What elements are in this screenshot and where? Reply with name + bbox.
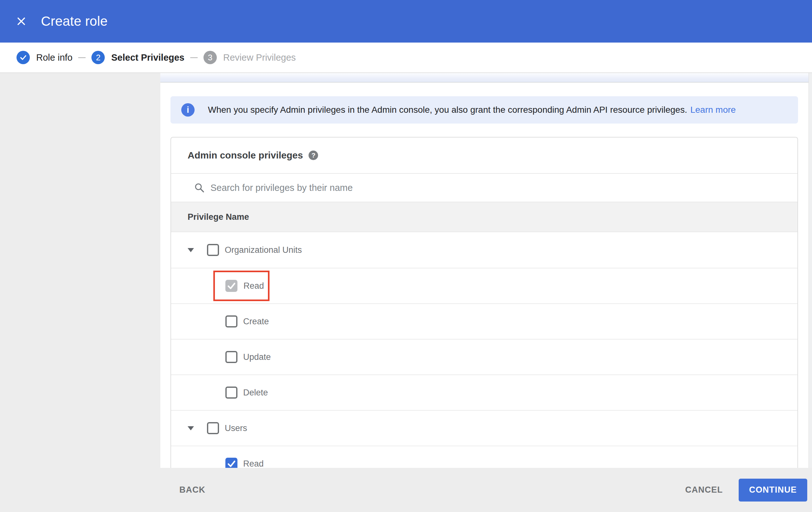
stepper: Role info 2 Select Privileges 3 Review P…: [0, 43, 812, 73]
privilege-row-read-users: Read: [171, 446, 798, 468]
privilege-label: Read: [243, 281, 264, 291]
step-3-circle: 3: [203, 51, 217, 64]
organizational-units-checkbox[interactable]: [207, 244, 219, 256]
privilege-name-column-header: Privilege Name: [171, 202, 798, 232]
users-checkbox[interactable]: [207, 422, 219, 434]
step-2-label[interactable]: Select Privileges: [111, 52, 184, 63]
privileges-panel: i When you specify Admin privileges in t…: [160, 73, 812, 468]
privileges-search-row: [171, 173, 798, 202]
help-icon[interactable]: ?: [309, 151, 318, 160]
admin-console-privileges-card: Admin console privileges ? Privilege Nam…: [171, 137, 798, 468]
back-button[interactable]: BACK: [179, 485, 205, 495]
dialog-title: Create role: [41, 14, 108, 29]
column-header-label: Privilege Name: [187, 212, 249, 222]
action-bar: BACK CANCEL CONTINUE: [0, 468, 812, 512]
privilege-label: Organizational Units: [225, 245, 302, 255]
info-banner: i When you specify Admin privileges in t…: [171, 96, 798, 124]
step-1-label[interactable]: Role info: [36, 52, 72, 63]
collapse-arrow-icon[interactable]: [187, 248, 194, 252]
privilege-row-read-org-units: Read: [171, 268, 798, 303]
search-icon: [194, 182, 205, 193]
privilege-row-update: Update: [171, 339, 798, 375]
card-heading: Admin console privileges ?: [171, 137, 798, 173]
read-users-checkbox-checked[interactable]: [225, 458, 237, 468]
search-input[interactable]: [210, 183, 655, 193]
step-1-complete-check-icon[interactable]: [17, 51, 30, 64]
step-3-label: Review Privileges: [223, 52, 296, 63]
dialog-body: i When you specify Admin privileges in t…: [0, 73, 812, 468]
scrolled-banner-edge: [160, 73, 812, 83]
privilege-label: Read: [243, 459, 264, 468]
privilege-row-organizational-units: Organizational Units: [171, 232, 798, 268]
scrollbar[interactable]: [809, 73, 812, 468]
privilege-label: Delete: [243, 388, 268, 398]
dialog-header: Create role: [0, 0, 812, 43]
create-checkbox[interactable]: [225, 315, 237, 327]
step-connector: [78, 57, 86, 58]
annotation-highlight-box: Read: [213, 271, 269, 301]
left-gutter-pane: [0, 73, 160, 468]
privilege-row-delete: Delete: [171, 375, 798, 410]
privilege-row-users: Users: [171, 410, 798, 446]
update-checkbox[interactable]: [225, 351, 237, 363]
continue-button[interactable]: CONTINUE: [739, 479, 807, 502]
privilege-row-create: Create: [171, 303, 798, 339]
cancel-button[interactable]: CANCEL: [685, 485, 723, 495]
info-icon: i: [181, 103, 195, 116]
privilege-label: Update: [243, 352, 271, 362]
read-checkbox-checked[interactable]: [225, 280, 237, 292]
card-title: Admin console privileges: [187, 150, 303, 161]
info-banner-text: When you specify Admin privileges in the…: [208, 105, 687, 115]
collapse-arrow-icon[interactable]: [187, 426, 194, 430]
privilege-label: Users: [225, 423, 247, 433]
step-2-circle[interactable]: 2: [91, 51, 105, 64]
learn-more-link[interactable]: Learn more: [690, 105, 736, 115]
privilege-label: Create: [243, 317, 269, 326]
step-connector: [190, 57, 198, 58]
close-icon[interactable]: [16, 16, 27, 27]
delete-checkbox[interactable]: [225, 386, 237, 399]
